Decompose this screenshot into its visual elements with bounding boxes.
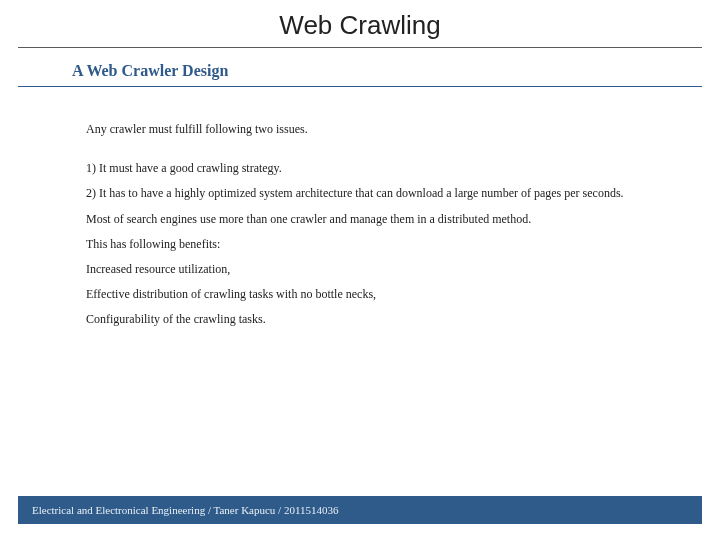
- footer-bar: Electrical and Electronical Engineering …: [18, 496, 702, 524]
- page-title: Web Crawling: [279, 10, 440, 41]
- body-line-6: Effective distribution of crawling tasks…: [86, 282, 648, 307]
- footer-text: Electrical and Electronical Engineering …: [32, 504, 339, 516]
- body-line-1: 1) It must have a good crawling strategy…: [86, 156, 648, 181]
- paragraph-gap: [86, 142, 648, 156]
- section-heading: A Web Crawler Design: [72, 62, 720, 80]
- slide: { "title": "Web Crawling", "subtitle": "…: [0, 0, 720, 540]
- section-divider: [18, 86, 702, 87]
- body-line-2: 2) It has to have a highly optimized sys…: [86, 181, 648, 206]
- body-line-3: Most of search engines use more than one…: [86, 207, 648, 232]
- body-intro: Any crawler must fulfill following two i…: [86, 117, 648, 142]
- body-line-7: Configurability of the crawling tasks.: [86, 307, 648, 332]
- title-wrap: Web Crawling: [0, 0, 720, 41]
- body-content: Any crawler must fulfill following two i…: [86, 117, 648, 333]
- body-line-5: Increased resource utilization,: [86, 257, 648, 282]
- body-line-4: This has following benefits:: [86, 232, 648, 257]
- title-divider: [18, 47, 702, 48]
